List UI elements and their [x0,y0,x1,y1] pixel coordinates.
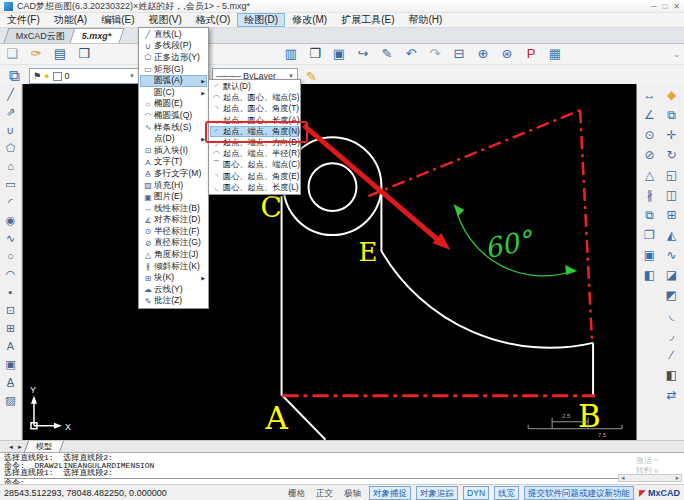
draw-mtext[interactable]: A̲ 多行文字(M) [140,168,207,180]
toggle-otrack[interactable]: 对象追踪 [416,486,458,500]
match-properties-icon[interactable]: ⧉ [640,206,659,225]
activate-link[interactable]: 激活 ^ [636,456,658,466]
extend-icon[interactable]: ◩ [662,286,681,305]
draw-revcloud[interactable]: ☁ 云线(Y) [140,284,207,296]
menubar-draw[interactable]: 绘图(D) [237,13,285,27]
draw-ellipse-arc[interactable]: ◠ 椭圆弧(Q) [140,110,207,122]
tab-mxcad-cloud[interactable]: MxCAD云图 [4,28,78,43]
ray-icon[interactable]: ⇗ [2,104,20,121]
menubar-format[interactable]: 格式(O) [189,13,237,27]
spline-edit-icon[interactable]: ∿ [662,246,681,265]
pdf-export-icon[interactable]: P [522,46,540,62]
draw-linear-dim[interactable]: ↔ 线性标注(B) [140,203,207,215]
workspace-icon[interactable]: ❐ [306,46,324,62]
image-export-icon[interactable]: ▦ [546,46,564,62]
array-icon[interactable]: ⊞ [662,206,681,225]
polygon-open-icon[interactable]: ⌂ [2,158,20,175]
mtext-icon[interactable]: A̲ [2,374,20,391]
clipboard-copy-icon[interactable]: ❐ [640,226,659,245]
draw-arc[interactable]: 圆弧(A) ▶ [140,75,207,87]
arc-start-center-angle[interactable]: ◝ 起点、圆心、角度(T) [210,103,299,114]
new-file-icon[interactable]: ❏ [3,46,21,62]
draw-polygon[interactable]: ⬠ 正多边形(Y) [140,52,207,64]
draw-image[interactable]: ▣ 图片(E) [140,191,207,203]
trim-icon[interactable]: ◪ [662,266,681,285]
draw-point[interactable]: 点(D) ▶ [140,133,207,145]
command-scrollbar[interactable]: ◄ ► [618,474,682,482]
ellipse-icon[interactable]: ○ [2,248,20,265]
draw-diameter-dim[interactable]: ⊘ 直径标注(G) [140,238,207,250]
draw-oblique-dim[interactable]: ∦ 倾斜标注(K) [140,261,207,273]
print-icon[interactable]: ⊟ [450,46,468,62]
draw-line[interactable]: ╱ 直线(L) [140,29,207,41]
arc-start-end-radius[interactable]: ◠ 起点、端点、半径(R) [210,148,299,159]
line-icon[interactable]: ╱ [2,86,20,103]
join-icon[interactable]: ⇄ [662,386,681,405]
draw-circle[interactable]: 圆(C) ▶ [140,87,207,99]
circle-icon[interactable]: ◉ [2,212,20,229]
draw-annotation[interactable]: ✎ 批注(Z) [140,296,207,308]
break-icon[interactable]: ∕ [662,346,681,365]
toggle-ortho[interactable]: 正交 [313,487,336,499]
clipboard-paste-icon[interactable]: ▣ [640,246,659,265]
draw-polyline[interactable]: ∪ 多线段(P) [140,41,207,53]
save-icon[interactable]: ▤ [51,46,69,62]
toggle-polar[interactable]: 极轴 [341,487,364,499]
scroll-left-icon[interactable]: ◄ [621,475,625,482]
insert-block-icon[interactable]: ⊡ [2,302,20,319]
maximize-button[interactable]: □ [662,2,667,11]
diameter-dim-icon[interactable]: ⊘ [640,146,659,165]
command-panel[interactable]: 选择直线段1: 选择直线段2:命令: _DRAW2LINEANGULARDIME… [0,452,684,484]
save-edit-icon[interactable]: ✎ [378,46,396,62]
draw-text[interactable]: A 文字(T) [140,157,207,169]
polyline-icon[interactable]: ∪ [2,122,20,139]
text-icon[interactable]: A [2,338,20,355]
arc-icon[interactable]: ◜ [2,194,20,211]
chamfer-icon[interactable]: ◞ [662,326,681,345]
toggle-osnap[interactable]: 对象捕捉 [369,486,411,500]
menubar-help[interactable]: 帮助(H) [402,13,450,27]
spline-icon[interactable]: ∿ [2,230,20,247]
tab-next-icon[interactable]: ► [17,444,23,450]
draw-block[interactable]: ⊞ 块(K) ▶ [140,272,207,284]
oblique-dim-icon[interactable]: ∦ [640,186,659,205]
menubar-file[interactable]: 文件(F) [0,13,47,27]
draw-spline[interactable]: ∿ 样条线(S) [140,122,207,134]
web-share-icon[interactable]: ⊛ [498,46,516,62]
draw-aligned-dim[interactable]: ∡ 对齐标注(D) [140,215,207,227]
close-button[interactable]: ✕ [673,2,680,11]
polygon-icon[interactable]: ⬠ [2,140,20,157]
toggle-grid[interactable]: 栅格 [285,487,308,499]
draw-rectangle[interactable]: ▭ 矩形(G) [140,64,207,76]
toolbar-overflow-icon[interactable]: ⌄ [673,50,680,59]
draw-hatch[interactable]: ▨ 填充(H) [140,180,207,192]
feedback-link[interactable]: 提交软件问题或建议新功能 [524,486,634,500]
redo-icon[interactable]: ↷ [426,46,444,62]
tab-prev-icon[interactable]: ◄ [8,444,14,450]
aligned-dim-icon[interactable]: ∠ [640,106,659,125]
draw-radius-dim[interactable]: ⊙ 半径标注(F) [140,226,207,238]
open-folder-icon[interactable]: ❒ [75,46,93,62]
hatch-icon[interactable]: ▨ [2,392,20,409]
arc-center-start-length[interactable]: ◟ 圆心、起点、长度(L) [210,182,299,193]
minimize-button[interactable]: ─ [651,2,657,11]
move-icon[interactable]: ✛ [662,126,681,145]
copy-icon[interactable]: ⧉ [662,106,681,125]
toggle-lineweight[interactable]: 线宽 [494,486,519,500]
screen-settings-icon[interactable]: ▣ [330,46,348,62]
arc-default[interactable]: ◜ 默认(D) [210,81,299,92]
draw-pencil-icon[interactable]: ✎ [306,69,317,84]
scroll-right-icon[interactable]: ► [675,475,679,482]
layer-manager-icon[interactable]: ⧉ [3,67,25,85]
erase-icon[interactable]: ◆ [662,86,681,105]
rectangle-icon[interactable]: ▭ [2,176,20,193]
menubar-modify[interactable]: 修改(M) [285,13,334,27]
stretch-icon[interactable]: ◫ [662,186,681,205]
toggle-dyn[interactable]: DYN [463,486,489,500]
scale-icon[interactable]: ◱ [662,166,681,185]
arc-center-start-angle[interactable]: ◝ 圆心、起点、角度(E) [210,171,299,182]
draw-angular-dim[interactable]: △ 角度标注(J) [140,249,207,261]
rotate-icon[interactable]: ↻ [662,146,681,165]
web-icon[interactable]: ⊕ [474,46,492,62]
mirror-icon[interactable]: ◭ [662,226,681,245]
